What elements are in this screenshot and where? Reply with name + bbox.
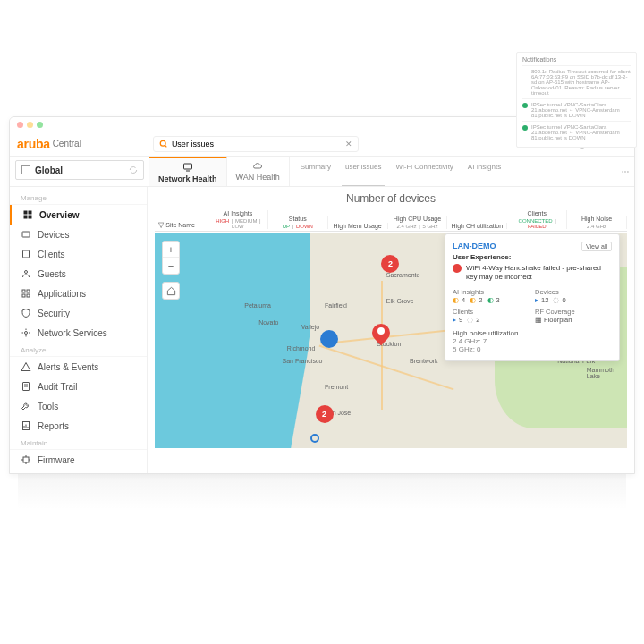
sidebar-item-reports[interactable]: Reports	[10, 416, 147, 436]
svg-rect-24	[23, 250, 30, 258]
sidebar-item-clients[interactable]: Clients	[10, 244, 147, 264]
zoom-out-button[interactable]: −	[163, 258, 179, 274]
city-label: Richmond	[287, 345, 316, 352]
svg-rect-28	[22, 294, 25, 297]
brand-logo: aruba	[17, 137, 50, 151]
alert-icon	[453, 264, 462, 273]
svg-rect-21	[24, 216, 28, 219]
city-label: Novato	[258, 319, 278, 326]
floorplan-link[interactable]: ▦ Floorplan	[535, 316, 612, 324]
firmware-icon	[21, 454, 31, 465]
cloud-icon	[252, 160, 263, 171]
svg-rect-26	[22, 290, 25, 292]
sidebar-item-security[interactable]: Security	[10, 303, 147, 323]
tools-icon	[21, 401, 31, 411]
map-pin[interactable]	[372, 324, 390, 342]
reports-icon	[21, 420, 31, 431]
subtab-ai[interactable]: AI Insights	[464, 161, 504, 186]
subtab-user-issues[interactable]: user issues	[342, 161, 385, 186]
tab-wan-health[interactable]: WAN Health	[227, 157, 290, 186]
svg-rect-20	[29, 211, 32, 215]
table-header: ▽ Site Name AI InsightsHIGH | MEDIUM | L…	[155, 210, 627, 232]
sidebar-item-guests[interactable]: Guests	[10, 264, 147, 284]
sidebar-item-applications[interactable]: Applications	[10, 284, 147, 303]
subtab-summary[interactable]: Summary	[297, 161, 335, 186]
col-cpu[interactable]: High CPU Usage2.4 GHz | 5 GHz	[388, 216, 448, 229]
home-button[interactable]	[162, 282, 180, 300]
popup-ux-label: User Experience:	[453, 253, 612, 261]
svg-rect-29	[27, 294, 30, 297]
city-label: Fremont	[325, 384, 348, 390]
notification-item[interactable]: IPSec tunnel VPNC-SantaClara 21.abdemo.n…	[522, 121, 631, 143]
col-site[interactable]: ▽ Site Name	[155, 221, 208, 229]
map-marker[interactable]	[320, 330, 338, 348]
svg-point-17	[624, 171, 626, 173]
view-all-button[interactable]: View all	[581, 242, 612, 251]
city-label: Mammoth Lake	[587, 367, 623, 379]
city-label: Brentwork	[410, 358, 438, 364]
site-popup: View all LAN-DEMO User Experience: WiFi …	[445, 233, 620, 361]
menu-icon[interactable]	[621, 167, 630, 176]
col-mem[interactable]: High Mem Usage	[328, 223, 388, 229]
city-label: Vallejo	[301, 324, 320, 330]
sidebar-item-audit[interactable]: Audit Trail	[10, 377, 147, 396]
city-label: San Francisco	[283, 358, 323, 364]
svg-rect-23	[22, 232, 30, 237]
col-status[interactable]: StatusUP | DOWN	[268, 216, 328, 229]
zoom-in-button[interactable]: +	[163, 242, 179, 258]
col-noise[interactable]: High Noise2.4 GHz	[567, 216, 627, 229]
overview-icon	[22, 209, 33, 220]
app-window: aruba Central ✕ ? Notifications 802.1x R…	[9, 116, 635, 474]
svg-point-30	[25, 332, 28, 335]
svg-line-1	[165, 145, 166, 147]
col-ai[interactable]: AI InsightsHIGH | MEDIUM | LOW	[208, 210, 268, 229]
sidebar: Manage Overview Devices Clients Guests A…	[10, 187, 148, 473]
shield-icon	[21, 308, 31, 318]
sidebar-item-network-services[interactable]: Network Services	[10, 323, 147, 343]
sidebar-section-analyze: Analyze	[10, 343, 147, 357]
search-icon	[159, 140, 168, 148]
sidebar-item-tools[interactable]: Tools	[10, 396, 147, 416]
clear-icon[interactable]: ✕	[345, 140, 352, 148]
devices-icon	[21, 229, 31, 240]
sidebar-section-maintain: Maintain	[10, 436, 147, 450]
notifications-panel: Notifications 802.1x Radius Timeout occu…	[516, 116, 635, 148]
sidebar-item-devices[interactable]: Devices	[10, 225, 147, 244]
tab-network-health[interactable]: Network Health	[149, 157, 227, 186]
audit-icon	[21, 381, 31, 392]
minimize-icon[interactable]	[27, 122, 33, 128]
svg-rect-19	[24, 211, 28, 215]
map-marker[interactable]: 2	[316, 405, 334, 423]
clients-icon	[21, 249, 31, 259]
svg-point-25	[25, 271, 28, 274]
sidebar-item-firmware[interactable]: Firmware	[10, 450, 147, 470]
home-icon	[166, 286, 176, 296]
scope-selector[interactable]: Global	[15, 160, 144, 180]
chart-title: Number of devices	[155, 192, 627, 205]
city-label: Sacramento	[386, 272, 420, 278]
subtab-wifi[interactable]: Wi-Fi Connectivity	[392, 161, 456, 186]
sidebar-item-alerts[interactable]: Alerts & Events	[10, 357, 147, 377]
svg-rect-27	[27, 290, 30, 292]
map[interactable]: Sacramento Elk Grove San Francisco San J…	[155, 233, 627, 448]
apps-icon	[21, 288, 31, 299]
refresh-icon[interactable]	[129, 165, 138, 174]
zoom-controls: + −	[162, 241, 180, 275]
maximize-icon[interactable]	[37, 122, 43, 128]
svg-point-18	[627, 171, 629, 173]
city-label: Petaluma	[244, 302, 271, 309]
svg-rect-38	[23, 457, 29, 462]
col-ch[interactable]: High CH utilization	[447, 223, 507, 229]
svg-point-0	[160, 140, 165, 146]
sidebar-item-overview[interactable]: Overview	[10, 205, 147, 225]
scope-icon	[21, 165, 30, 174]
scope-label: Global	[35, 165, 63, 175]
svg-rect-22	[29, 216, 32, 219]
network-icon	[21, 327, 31, 338]
guests-icon	[21, 268, 31, 279]
sidebar-section-manage: Manage	[10, 191, 147, 205]
search-input[interactable]	[172, 140, 345, 148]
col-clients[interactable]: ClientsCONNECTED | FAILED	[507, 210, 567, 229]
close-icon[interactable]	[17, 122, 23, 128]
search-input-wrap[interactable]: ✕	[153, 136, 359, 152]
